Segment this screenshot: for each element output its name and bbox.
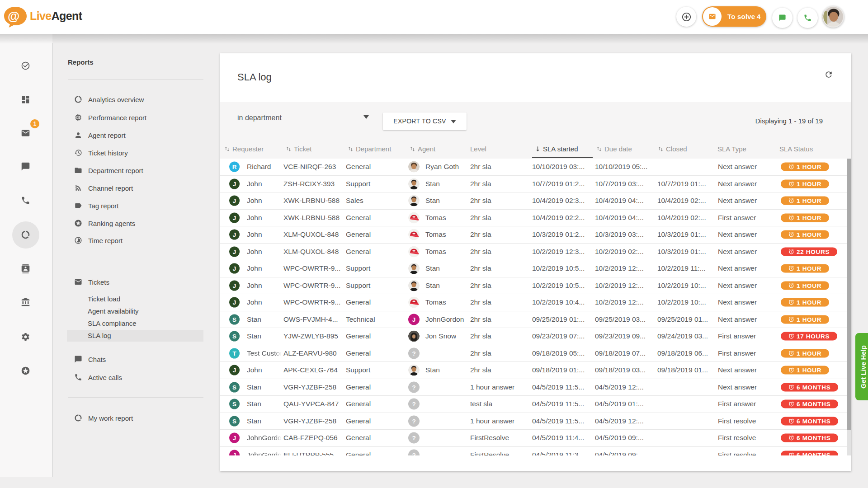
svg-text:@: @ (8, 9, 19, 23)
